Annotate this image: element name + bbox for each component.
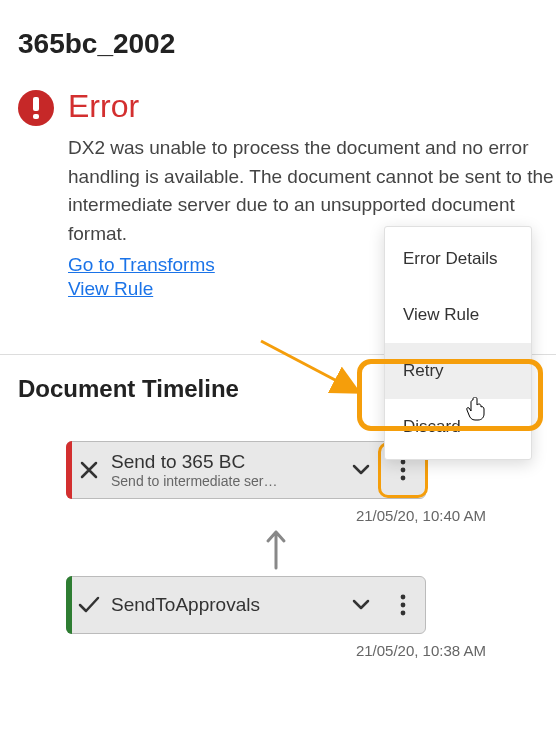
check-icon: [67, 596, 111, 614]
arrow-up-icon: [66, 528, 486, 570]
svg-rect-0: [33, 97, 39, 111]
close-icon: [67, 460, 111, 480]
transforms-link[interactable]: Go to Transforms: [68, 254, 215, 276]
svg-point-2: [401, 460, 406, 465]
kebab-menu-button[interactable]: [381, 459, 425, 481]
card-title: Send to 365 BC: [111, 451, 341, 473]
svg-point-7: [401, 611, 406, 616]
status-stripe: [66, 441, 72, 499]
timestamp: 21/05/20, 10:38 AM: [66, 642, 486, 659]
timeline-card-error[interactable]: Send to 365 BC Send to intermediate ser…: [66, 441, 426, 499]
menu-item-error-details[interactable]: Error Details: [385, 231, 531, 287]
svg-point-6: [401, 603, 406, 608]
status-stripe: [66, 576, 72, 634]
timeline-card-success[interactable]: SendToApprovals: [66, 576, 426, 634]
error-icon: [18, 90, 54, 126]
view-rule-link[interactable]: View Rule: [68, 278, 153, 300]
document-id: 365bc_2002: [18, 28, 556, 60]
kebab-menu-button[interactable]: [381, 594, 425, 616]
menu-item-view-rule[interactable]: View Rule: [385, 287, 531, 343]
svg-rect-1: [33, 114, 39, 119]
chevron-down-icon[interactable]: [341, 464, 381, 476]
context-menu: Error Details View Rule Retry Discard: [384, 226, 532, 460]
menu-item-discard[interactable]: Discard: [385, 399, 531, 455]
timestamp: 21/05/20, 10:40 AM: [66, 507, 486, 524]
svg-point-3: [401, 468, 406, 473]
card-title: SendToApprovals: [111, 594, 341, 616]
card-subtitle: Send to intermediate ser…: [111, 473, 301, 489]
error-heading: Error: [68, 90, 556, 122]
svg-point-4: [401, 476, 406, 481]
menu-item-retry[interactable]: Retry: [385, 343, 531, 399]
chevron-down-icon[interactable]: [341, 599, 381, 611]
svg-point-5: [401, 595, 406, 600]
